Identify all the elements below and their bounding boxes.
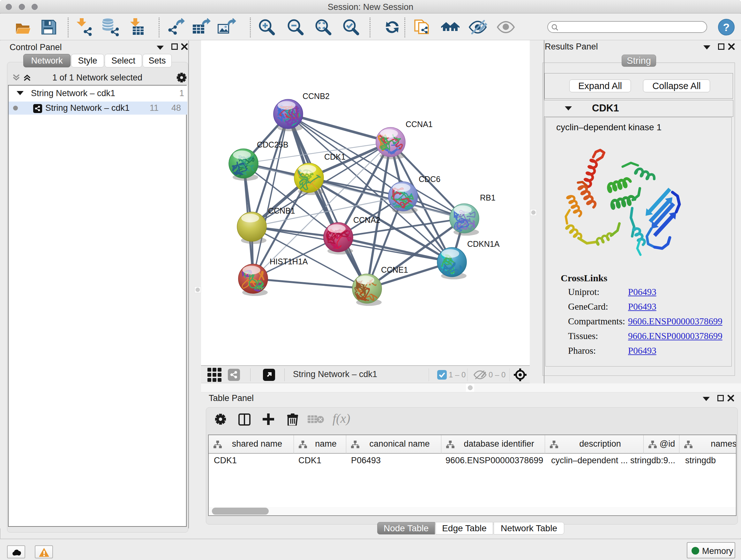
svg-text:CDC6: CDC6 — [419, 175, 441, 184]
svg-text:CCNA2: CCNA2 — [353, 215, 381, 225]
svg-text:CCNB2: CCNB2 — [302, 91, 330, 101]
svg-text:CDKN1A: CDKN1A — [467, 240, 500, 248]
svg-text:RB1: RB1 — [480, 193, 495, 202]
svg-text:CDC25B: CDC25B — [257, 140, 288, 149]
svg-text:CCNB1: CCNB1 — [268, 206, 295, 215]
svg-text:HIST1H1A: HIST1H1A — [270, 257, 308, 266]
svg-text:CCNE1: CCNE1 — [381, 265, 408, 274]
svg-text:CDK1: CDK1 — [324, 152, 346, 161]
svg-text:CCNA1: CCNA1 — [406, 120, 433, 129]
